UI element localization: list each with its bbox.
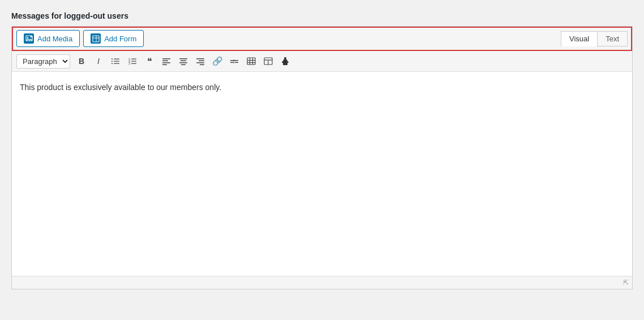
add-media-label: Add Media bbox=[37, 35, 72, 43]
more-button[interactable] bbox=[226, 54, 242, 69]
align-center-button[interactable] bbox=[175, 54, 191, 69]
svg-rect-33 bbox=[235, 62, 238, 63]
align-right-button[interactable] bbox=[192, 54, 208, 69]
add-media-icon bbox=[24, 33, 34, 44]
special-chars-button[interactable] bbox=[243, 54, 259, 69]
add-form-icon bbox=[91, 33, 101, 44]
svg-rect-23 bbox=[179, 58, 187, 59]
svg-rect-44 bbox=[282, 62, 289, 63]
svg-rect-12 bbox=[114, 63, 119, 64]
blockquote-button[interactable]: ❝ bbox=[141, 54, 157, 69]
wp-more-button[interactable] bbox=[277, 54, 293, 69]
tab-visual[interactable]: Visual bbox=[561, 31, 597, 46]
svg-rect-9 bbox=[111, 61, 113, 62]
ordered-list-button[interactable]: 1. 2. 3. bbox=[124, 54, 140, 69]
add-form-button[interactable]: Add Form bbox=[83, 30, 144, 47]
svg-rect-21 bbox=[162, 62, 170, 63]
svg-rect-7 bbox=[111, 58, 113, 59]
svg-rect-11 bbox=[111, 63, 113, 64]
add-media-button[interactable]: Add Media bbox=[16, 30, 80, 47]
svg-rect-20 bbox=[162, 61, 168, 62]
resize-handle[interactable]: ⇱ bbox=[623, 279, 629, 287]
svg-rect-30 bbox=[200, 65, 204, 66]
section-title: Messages for logged-out users bbox=[11, 11, 633, 20]
svg-rect-24 bbox=[181, 61, 186, 62]
svg-rect-16 bbox=[131, 61, 136, 62]
tab-text[interactable]: Text bbox=[597, 31, 628, 46]
toolbar-format: Paragraph Heading 1 Heading 2 Heading 3 … bbox=[12, 51, 632, 72]
svg-rect-25 bbox=[179, 62, 187, 63]
link-button[interactable]: 🔗 bbox=[209, 54, 225, 69]
svg-rect-26 bbox=[181, 65, 186, 66]
svg-rect-46 bbox=[284, 57, 286, 58]
editor-content-area[interactable]: This product is exclusively available to… bbox=[12, 72, 632, 276]
svg-rect-22 bbox=[162, 65, 167, 66]
table-button[interactable] bbox=[260, 54, 276, 69]
toolbar-top-left: Add Media Add Form bbox=[16, 30, 144, 47]
editor-container: Add Media Add Form Visual Text Paragraph bbox=[11, 26, 633, 289]
bold-button[interactable]: B bbox=[74, 54, 89, 69]
svg-point-1 bbox=[27, 37, 28, 38]
svg-rect-28 bbox=[199, 61, 204, 62]
toolbar-top: Add Media Add Form Visual Text bbox=[12, 27, 632, 51]
svg-rect-27 bbox=[196, 58, 204, 59]
svg-rect-8 bbox=[114, 59, 119, 59]
svg-rect-18 bbox=[131, 63, 136, 64]
paragraph-select[interactable]: Paragraph Heading 1 Heading 2 Heading 3 bbox=[16, 54, 70, 69]
add-form-label: Add Form bbox=[104, 35, 136, 43]
svg-rect-10 bbox=[114, 61, 119, 62]
svg-rect-14 bbox=[131, 59, 136, 59]
editor-footer: ⇱ bbox=[12, 276, 632, 289]
svg-text:3.: 3. bbox=[128, 62, 131, 65]
svg-rect-35 bbox=[247, 58, 255, 65]
unordered-list-button[interactable] bbox=[108, 54, 123, 69]
italic-button[interactable]: I bbox=[91, 54, 106, 69]
svg-rect-19 bbox=[162, 58, 170, 59]
editor-text: This product is exclusively available to… bbox=[20, 81, 624, 93]
view-tabs: Visual Text bbox=[561, 31, 628, 46]
svg-rect-32 bbox=[230, 62, 234, 63]
align-left-button[interactable] bbox=[158, 54, 174, 69]
svg-rect-29 bbox=[196, 62, 204, 63]
